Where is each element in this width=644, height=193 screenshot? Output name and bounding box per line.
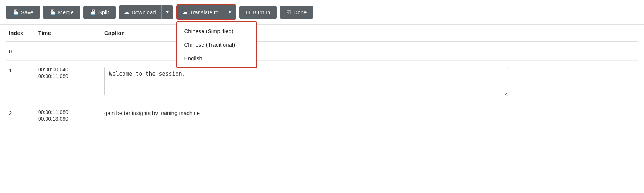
- translate-main-button[interactable]: ☁ Translate to: [177, 5, 224, 19]
- row-1-time: 00:00:00,040 00:00:11,080: [38, 67, 104, 79]
- table-row: 2 00:00:11,080 00:00:13,090 gain better …: [6, 103, 638, 128]
- merge-button[interactable]: 💾 Merge: [43, 6, 80, 19]
- done-button[interactable]: ☑ Done: [280, 6, 313, 19]
- split-label: Split: [98, 9, 109, 15]
- translate-dropdown: Chinese (Simplified) Chinese (Traditiona…: [176, 21, 257, 68]
- row-1-caption-input[interactable]: Welcome to the session,: [104, 67, 508, 96]
- toolbar: 💾 Save 💾 Merge 💾 Split ☁ Download ▼ ☁ Tr…: [0, 0, 644, 25]
- dropdown-item-chinese-simplified[interactable]: Chinese (Simplified): [177, 24, 256, 38]
- burnin-label: Burn In: [253, 9, 270, 15]
- translate-wrapper: ☁ Translate to ▼ Chinese (Simplified) Ch…: [176, 4, 237, 20]
- download-chevron-icon: ▼: [165, 10, 170, 15]
- save-icon: 💾: [12, 9, 19, 15]
- burnin-button[interactable]: ⊡ Burn In: [239, 6, 277, 19]
- download-split-button: ☁ Download ▼: [119, 5, 173, 19]
- translate-chevron-icon: ▼: [228, 10, 232, 15]
- dropdown-item-english[interactable]: English: [177, 51, 256, 65]
- split-button[interactable]: 💾 Split: [83, 6, 116, 19]
- download-label: Download: [131, 9, 156, 15]
- table-row: 1 00:00:00,040 00:00:11,080 Welcome to t…: [6, 61, 638, 103]
- row-1-caption-container: Welcome to the session,: [104, 67, 635, 97]
- row-0-index: 0: [9, 47, 38, 54]
- row-0-time: [38, 47, 104, 48]
- dropdown-item-chinese-traditional[interactable]: Chinese (Traditional): [177, 38, 256, 51]
- burnin-icon: ⊡: [246, 9, 250, 15]
- done-icon: ☑: [286, 9, 291, 15]
- header-index: Index: [9, 30, 38, 36]
- done-label: Done: [293, 9, 307, 15]
- content-area: Index Time Caption 0 1 00:00:00,040 00:0…: [0, 25, 644, 128]
- translate-icon: ☁: [182, 9, 188, 15]
- merge-label: Merge: [58, 9, 74, 15]
- table-row: 0: [6, 42, 638, 61]
- save-label: Save: [21, 9, 33, 15]
- header-time: Time: [38, 30, 104, 36]
- row-2-index: 2: [9, 109, 38, 116]
- split-icon: 💾: [90, 9, 96, 15]
- download-icon: ☁: [124, 9, 129, 15]
- save-button[interactable]: 💾 Save: [6, 6, 40, 19]
- download-main-button[interactable]: ☁ Download: [119, 5, 161, 19]
- row-2-caption: gain better insights by training machine: [104, 109, 635, 116]
- row-1-index: 1: [9, 67, 38, 74]
- table-header: Index Time Caption: [6, 25, 638, 42]
- row-2-time: 00:00:11,080 00:00:13,090: [38, 109, 104, 122]
- translate-label: Translate to: [190, 9, 219, 15]
- translate-arrow-button[interactable]: ▼: [224, 5, 236, 19]
- merge-icon: 💾: [50, 9, 56, 15]
- download-arrow-button[interactable]: ▼: [161, 5, 173, 19]
- translate-split-button: ☁ Translate to ▼: [176, 4, 237, 20]
